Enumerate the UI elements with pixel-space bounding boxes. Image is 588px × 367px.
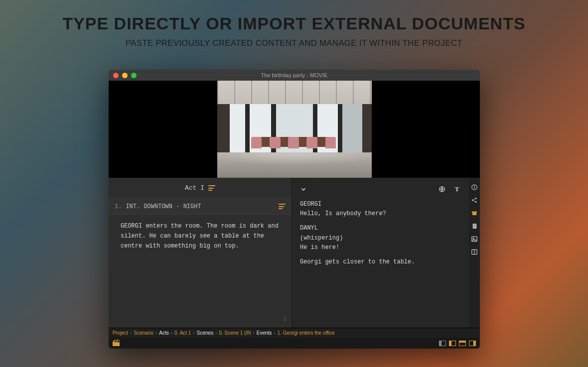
page-number: 1 <box>284 316 287 324</box>
action-text: Georgi gets closer to the table. <box>300 257 461 267</box>
breadcrumb-item[interactable]: Project <box>113 330 128 336</box>
breadcrumb-separator: › <box>130 330 132 336</box>
svg-line-7 <box>473 199 475 200</box>
text-tool-icon[interactable]: T <box>453 185 461 193</box>
scene-action-text: GEORGI enters the room. The room is dark… <box>121 223 279 249</box>
right-rail <box>469 178 480 328</box>
breadcrumb-separator: › <box>193 330 194 336</box>
document-icon[interactable] <box>471 223 478 230</box>
breadcrumb[interactable]: Project›Scenario›Acts›0. Act 1›Scenes›0.… <box>109 328 480 338</box>
marketing-title: TYPE DIRECTLY OR IMPORT EXTERNAL DOCUMEN… <box>0 0 588 33</box>
act-header[interactable]: Act I <box>109 178 292 199</box>
scene-heading: INT. DOWNTOWN - NIGHT <box>126 203 201 210</box>
act-label: Act I <box>185 184 204 192</box>
split-icon[interactable] <box>471 248 478 255</box>
breadcrumb-separator: › <box>274 330 275 336</box>
script-editor[interactable]: T GEORGI Hello, Is anybody there? DANYL … <box>292 178 469 328</box>
breadcrumb-separator: › <box>215 330 217 336</box>
layout-left-button[interactable] <box>439 341 446 346</box>
share-icon[interactable] <box>471 197 478 204</box>
breadcrumb-separator: › <box>155 330 157 336</box>
breadcrumb-item[interactable]: 1. Georgi enters the office <box>278 330 335 336</box>
dialogue-text: He is here! <box>300 243 461 252</box>
image-icon[interactable] <box>471 236 478 243</box>
marketing-subtitle: PASTE PREVIOUSLY CREATED CONTENT AND MAN… <box>0 38 588 48</box>
breadcrumb-item[interactable]: 0. Act 1 <box>174 330 191 336</box>
archive-icon[interactable] <box>471 210 478 217</box>
preview-area <box>109 81 480 178</box>
breadcrumb-item[interactable]: Scenes <box>197 330 213 336</box>
breadcrumb-item[interactable]: Events <box>257 330 272 336</box>
breadcrumb-item[interactable]: Acts <box>159 330 168 336</box>
layout-right-button[interactable] <box>469 341 476 346</box>
character-name: DANYL <box>300 224 461 233</box>
breadcrumb-item[interactable]: Scenario <box>134 330 153 336</box>
info-icon[interactable] <box>471 184 478 191</box>
scene-header[interactable]: 1. INT. DOWNTOWN - NIGHT <box>109 199 292 215</box>
list-icon[interactable] <box>208 185 215 191</box>
svg-point-16 <box>473 238 474 239</box>
svg-line-8 <box>473 201 475 202</box>
clapper-icon[interactable] <box>113 340 120 346</box>
window-title: The birthday party - MOVIE <box>109 72 480 78</box>
character-name: GEORGI <box>300 200 461 209</box>
breadcrumb-item[interactable]: 0. Scene 1 (IN <box>219 330 251 336</box>
titlebar[interactable]: The birthday party - MOVIE <box>109 70 480 81</box>
scene-preview-image[interactable] <box>217 81 372 178</box>
breadcrumb-separator: › <box>171 330 172 336</box>
list-icon[interactable] <box>279 204 286 209</box>
globe-icon[interactable] <box>438 185 446 193</box>
svg-rect-10 <box>472 213 476 215</box>
bottom-toolbar <box>109 338 480 349</box>
layout-left2-button[interactable] <box>449 341 456 346</box>
svg-point-3 <box>474 186 475 186</box>
layout-top-button[interactable] <box>459 341 466 346</box>
svg-rect-9 <box>472 212 477 213</box>
scene-number: 1. <box>115 203 122 210</box>
script-pane: T GEORGI Hello, Is anybody there? DANYL … <box>292 178 480 328</box>
outline-pane: Act I 1. INT. DOWNTOWN - NIGHT GEORGI en… <box>109 178 292 328</box>
scene-body[interactable]: GEORGI enters the room. The room is dark… <box>109 215 292 328</box>
dialogue-text: Hello, Is anybody there? <box>300 209 461 219</box>
parenthetical-text: (whispering) <box>300 234 461 243</box>
breadcrumb-separator: › <box>253 330 254 336</box>
app-window: The birthday party - MOVIE Act I 1. INT.… <box>109 70 480 349</box>
collapse-icon[interactable] <box>300 186 307 193</box>
